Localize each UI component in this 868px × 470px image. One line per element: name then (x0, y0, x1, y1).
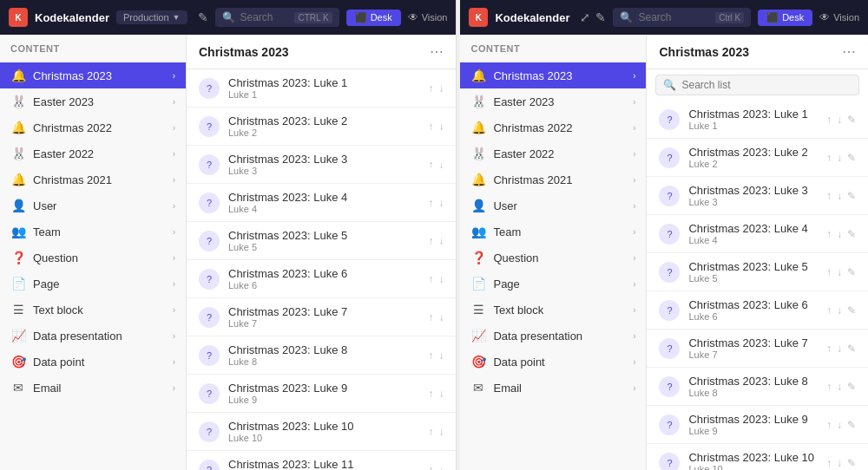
right-search-box[interactable]: 🔍 Ctrl K (613, 8, 751, 27)
right-list-item-upload-9[interactable]: ↑ (826, 419, 832, 431)
right-list-item-10[interactable]: ? Christmas 2023: Luke 10 Luke 10 ↑ ↓ ✎ (647, 444, 868, 470)
left-list-item-10[interactable]: ? Christmas 2023: Luke 10 Luke 10 ↑ ↓ (187, 413, 456, 451)
right-sidebar-item-easter-2023[interactable]: 🐰 Easter 2023 › (460, 88, 646, 114)
left-sidebar-item-text-block[interactable]: ☰ Text block › (0, 297, 186, 323)
right-list-item-upload-8[interactable]: ↑ (826, 381, 832, 393)
left-vision-button[interactable]: 👁 Vision (408, 11, 448, 23)
right-list-item-edit-4[interactable]: ✎ (847, 228, 856, 240)
left-list-item-download-7[interactable]: ↓ (438, 311, 444, 323)
left-list-item-upload-4[interactable]: ↑ (428, 197, 433, 209)
left-list-item-upload-2[interactable]: ↑ (428, 121, 433, 133)
right-list-item-edit-8[interactable]: ✎ (847, 381, 856, 393)
left-list-item-upload-3[interactable]: ↑ (428, 159, 433, 171)
left-list-item-upload-8[interactable]: ↑ (428, 349, 433, 362)
left-list-item-upload-7[interactable]: ↑ (428, 311, 433, 323)
right-sidebar-item-text-block[interactable]: ☰ Text block › (460, 297, 646, 323)
left-list-item-2[interactable]: ? Christmas 2023: Luke 2 Luke 2 ↑ ↓ (187, 108, 456, 146)
left-search-box[interactable]: 🔍 CTRL K (215, 8, 339, 27)
left-desk-button[interactable]: ⬛ Desk (346, 10, 401, 26)
left-list-item-download-3[interactable]: ↓ (438, 159, 444, 171)
right-list-item-9[interactable]: ? Christmas 2023: Luke 9 Luke 9 ↑ ↓ ✎ (647, 406, 868, 444)
right-sidebar-item-question[interactable]: ❓ Question › (460, 245, 646, 271)
right-sidebar-item-data-point[interactable]: 🎯 Data point › (460, 349, 646, 375)
left-list-item-upload-10[interactable]: ↑ (428, 426, 433, 438)
left-list-item-download-5[interactable]: ↓ (438, 235, 444, 247)
left-list-item-7[interactable]: ? Christmas 2023: Luke 7 Luke 7 ↑ ↓ (187, 298, 456, 336)
right-list-item-download-4[interactable]: ↓ (837, 228, 842, 240)
right-list-item-4[interactable]: ? Christmas 2023: Luke 4 Luke 4 ↑ ↓ ✎ (647, 215, 868, 253)
right-list-item-upload-5[interactable]: ↑ (826, 266, 832, 278)
right-list-item-edit-7[interactable]: ✎ (847, 343, 856, 355)
right-list-item-6[interactable]: ? Christmas 2023: Luke 6 Luke 6 ↑ ↓ ✎ (647, 291, 868, 330)
right-list-item-upload-4[interactable]: ↑ (826, 228, 832, 240)
left-list-item-download-4[interactable]: ↓ (438, 197, 444, 209)
left-list-item-4[interactable]: ? Christmas 2023: Luke 4 Luke 4 ↑ ↓ (187, 184, 456, 222)
right-list-item-7[interactable]: ? Christmas 2023: Luke 7 Luke 7 ↑ ↓ ✎ (647, 330, 868, 368)
right-search-input[interactable] (638, 11, 710, 23)
right-list-item-upload-3[interactable]: ↑ (826, 190, 832, 202)
right-sidebar-item-christmas-2023[interactable]: 🔔 Christmas 2023 › (460, 62, 646, 88)
left-list-item-upload-1[interactable]: ↑ (428, 82, 433, 95)
right-sidebar-item-christmas-2021[interactable]: 🔔 Christmas 2021 › (460, 166, 646, 193)
left-list-item-upload-9[interactable]: ↑ (428, 388, 433, 400)
right-list-item-upload-1[interactable]: ↑ (826, 114, 832, 126)
right-desk-button[interactable]: ⬛ Desk (758, 10, 812, 26)
left-list-item-download-2[interactable]: ↓ (438, 121, 444, 133)
left-sidebar-item-question[interactable]: ❓ Question › (0, 245, 186, 271)
left-list-item-8[interactable]: ? Christmas 2023: Luke 8 Luke 8 ↑ ↓ (187, 336, 456, 375)
left-list-item-11[interactable]: ? Christmas 2023: Luke 11 Luke 11 ↑ ↓ (187, 451, 456, 470)
left-list-item-download-8[interactable]: ↓ (438, 349, 444, 362)
right-sidebar-item-data-presentation[interactable]: 📈 Data presentation › (460, 323, 646, 349)
left-list-item-upload-6[interactable]: ↑ (428, 273, 433, 285)
right-list-item-download-5[interactable]: ↓ (837, 266, 842, 278)
right-sidebar-item-page[interactable]: 📄 Page › (460, 271, 646, 297)
left-list-item-download-11[interactable]: ↓ (438, 464, 444, 471)
right-list-item-edit-1[interactable]: ✎ (847, 114, 856, 126)
right-sidebar-item-christmas-2022[interactable]: 🔔 Christmas 2022 › (460, 114, 646, 140)
right-list-item-edit-9[interactable]: ✎ (847, 419, 856, 431)
left-sidebar-item-team[interactable]: 👥 Team › (0, 219, 186, 245)
right-list-item-download-6[interactable]: ↓ (837, 304, 842, 317)
right-list-item-2[interactable]: ? Christmas 2023: Luke 2 Luke 2 ↑ ↓ ✎ (647, 139, 868, 177)
right-list-item-5[interactable]: ? Christmas 2023: Luke 5 Luke 5 ↑ ↓ ✎ (647, 253, 868, 291)
left-list-item-1[interactable]: ? Christmas 2023: Luke 1 Luke 1 ↑ ↓ (187, 69, 456, 108)
right-expand-icon[interactable]: ⤢ (580, 10, 590, 24)
left-list-item-6[interactable]: ? Christmas 2023: Luke 6 Luke 6 ↑ ↓ (187, 260, 456, 298)
left-list-item-download-6[interactable]: ↓ (438, 273, 444, 285)
right-list-item-1[interactable]: ? Christmas 2023: Luke 1 Luke 1 ↑ ↓ ✎ (647, 101, 868, 139)
right-list-item-download-7[interactable]: ↓ (837, 343, 842, 355)
right-list-search-input[interactable] (681, 79, 852, 91)
right-sidebar-item-user[interactable]: 👤 User › (460, 193, 646, 219)
right-sidebar-item-easter-2022[interactable]: 🐰 Easter 2022 › (460, 140, 646, 166)
left-sidebar-item-data-presentation[interactable]: 📈 Data presentation › (0, 323, 186, 349)
left-sidebar-item-easter-2023[interactable]: 🐰 Easter 2023 › (0, 88, 186, 114)
left-list-item-download-10[interactable]: ↓ (438, 426, 444, 438)
right-list-item-download-2[interactable]: ↓ (837, 152, 842, 164)
right-list-item-3[interactable]: ? Christmas 2023: Luke 3 Luke 3 ↑ ↓ ✎ (647, 177, 868, 215)
left-sidebar-item-email[interactable]: ✉ Email › (0, 375, 186, 401)
right-list-item-download-10[interactable]: ↓ (837, 457, 842, 469)
right-sidebar-item-email[interactable]: ✉ Email › (460, 375, 646, 401)
right-list-item-upload-2[interactable]: ↑ (826, 152, 832, 164)
left-sidebar-item-christmas-2021[interactable]: 🔔 Christmas 2021 › (0, 166, 186, 193)
right-list-item-edit-10[interactable]: ✎ (847, 457, 856, 469)
left-env-selector[interactable]: Production ▼ (116, 10, 187, 24)
left-sidebar-item-data-point[interactable]: 🎯 Data point › (0, 349, 186, 375)
right-vision-button[interactable]: 👁 Vision (819, 11, 859, 23)
right-list-item-download-8[interactable]: ↓ (837, 381, 842, 393)
left-list-item-download-1[interactable]: ↓ (438, 82, 444, 95)
right-sidebar-item-team[interactable]: 👥 Team › (460, 219, 646, 245)
left-sidebar-item-easter-2022[interactable]: 🐰 Easter 2022 › (0, 140, 186, 166)
right-edit-icon[interactable]: ✎ (595, 10, 606, 24)
right-list-item-download-9[interactable]: ↓ (837, 419, 842, 431)
left-edit-icon[interactable]: ✎ (198, 10, 208, 24)
left-list-item-upload-11[interactable]: ↑ (428, 464, 433, 471)
right-list-item-edit-5[interactable]: ✎ (847, 266, 856, 278)
right-list-item-8[interactable]: ? Christmas 2023: Luke 8 Luke 8 ↑ ↓ ✎ (647, 368, 868, 406)
left-search-input[interactable] (240, 11, 290, 23)
left-list-item-9[interactable]: ? Christmas 2023: Luke 9 Luke 9 ↑ ↓ (187, 375, 456, 413)
left-sidebar-item-christmas-2023[interactable]: 🔔 Christmas 2023 › (0, 62, 186, 88)
right-list-item-download-3[interactable]: ↓ (837, 190, 842, 202)
right-list-item-download-1[interactable]: ↓ (837, 114, 842, 126)
left-more-button[interactable]: ⋯ (430, 43, 444, 60)
